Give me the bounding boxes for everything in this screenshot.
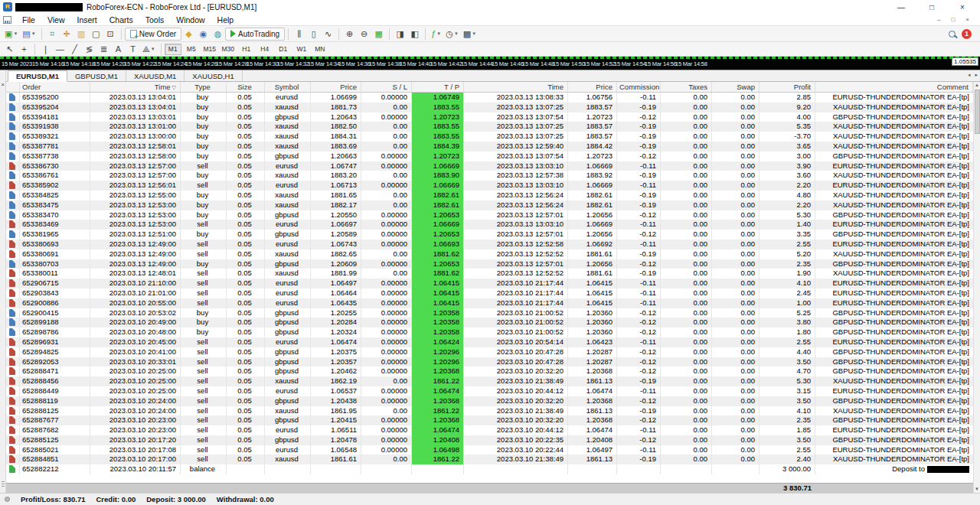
zoom-in-button[interactable]: ⊕	[342, 28, 357, 41]
history-row[interactable]: 6533893212023.03.13 13:00:00buy0.05xauus…	[6, 132, 973, 142]
child-minimize-button[interactable]: –	[937, 16, 940, 23]
history-row[interactable]: 6528884712023.03.10 20:25:00sell0.05gbpu…	[6, 367, 973, 376]
history-row[interactable]: 6533848252023.03.13 12:55:00buy0.05xauus…	[6, 191, 973, 200]
history-row[interactable]: 6528884562023.03.10 20:25:00sell0.05xauu…	[6, 376, 973, 386]
tab-xauusd-m1[interactable]: XAUUSD,M1	[126, 70, 185, 81]
history-row[interactable]: 6533941812023.03.13 13:03:01buy0.05gbpus…	[6, 112, 973, 122]
menu-item-file[interactable]: File	[16, 15, 41, 25]
history-row[interactable]: 6533806932023.03.13 12:49:00sell0.05euru…	[6, 239, 973, 249]
history-row[interactable]: 6528881252023.03.10 20:24:00sell0.05xauu…	[6, 406, 973, 416]
header-cell-tp[interactable]: T / P	[412, 82, 464, 92]
history-row[interactable]: 6533819652023.03.13 12:51:00buy0.05gbpus…	[6, 230, 973, 239]
tab-gbpusd-m1[interactable]: GBPUSD,M1	[67, 70, 126, 81]
history-row[interactable]: 6528876772023.03.10 20:23:00sell0.05gbpu…	[6, 415, 973, 425]
history-row[interactable]: 6528851252023.03.10 20:17:20sell0.05gbpu…	[6, 435, 973, 445]
minimize-button[interactable]: —	[896, 3, 906, 11]
bar-chart-button[interactable]: ⫼	[292, 28, 306, 41]
history-row[interactable]: 6533919382023.03.13 13:01:00buy0.05xauus…	[6, 122, 973, 132]
vertical-scrollbar[interactable]: ▲ ▼	[973, 82, 980, 493]
history-row[interactable]: 6533834752023.03.13 12:53:00buy0.05xauus…	[6, 200, 973, 210]
menu-item-insert[interactable]: Insert	[71, 15, 103, 25]
history-row[interactable]: 6533800112023.03.13 12:48:01sell0.05xauu…	[6, 269, 973, 279]
navigator-button[interactable]: ▥	[74, 28, 89, 41]
history-row[interactable]: 6533877812023.03.13 12:58:01buy0.05xauus…	[6, 142, 973, 152]
timeframe-button-w1[interactable]: W1	[293, 44, 310, 55]
trendline-tool-button[interactable]: ╱	[67, 43, 82, 56]
timeframe-button-d1[interactable]: D1	[275, 44, 292, 55]
history-row[interactable]: 6533806912023.03.13 12:49:00sell0.05xauu…	[6, 249, 973, 259]
header-cell-sl[interactable]: S / L	[361, 82, 412, 92]
tab-xauusd-h1[interactable]: XAUUSD,H1	[185, 70, 242, 81]
cursor-tool-button[interactable]: ↖	[2, 43, 17, 56]
history-row[interactable]: 6528876822023.03.10 20:23:00sell0.05euru…	[6, 425, 973, 435]
new-chart-button[interactable]: ▣▼	[2, 28, 20, 41]
history-row[interactable]: 6533859022023.03.13 12:56:01sell0.05euru…	[6, 181, 973, 191]
header-cell-profit[interactable]: Profit	[760, 82, 815, 92]
history-row[interactable]: 6529004152023.03.10 20:53:02buy0.05gbpus…	[6, 308, 973, 318]
history-row[interactable]: 6528969312023.03.10 20:45:00sell0.05euru…	[6, 337, 973, 347]
timeframe-button-m1[interactable]: M1	[165, 44, 181, 55]
market-watch-button[interactable]: ⌗	[45, 28, 60, 41]
globe-button[interactable]: ◍	[211, 28, 225, 41]
notification-badge[interactable]: 1	[962, 29, 972, 39]
history-row[interactable]: 6528850212023.03.10 20:17:08sell0.05euru…	[6, 445, 973, 455]
scrollbar-thumb[interactable]	[975, 90, 980, 134]
history-row[interactable]: 6533834692023.03.13 12:53:00sell0.05euru…	[6, 220, 973, 230]
header-cell-comment[interactable]: Comment	[815, 82, 973, 92]
header-cell-time[interactable]: Time▽	[90, 82, 181, 92]
horizontal-line-tool-button[interactable]: ―	[53, 43, 67, 56]
history-row[interactable]: 6529008862023.03.10 20:55:00sell0.05euru…	[6, 298, 973, 308]
header-cell-symbol[interactable]: Symbol	[265, 82, 311, 92]
history-row[interactable]: 6528884492023.03.10 20:25:00sell0.05euru…	[6, 386, 973, 396]
history-row[interactable]: 6533867612023.03.13 12:57:00buy0.05xauus…	[6, 171, 973, 181]
zoom-out-button[interactable]: ⊖	[357, 28, 371, 41]
menu-item-view[interactable]: View	[41, 15, 71, 25]
menu-item-charts[interactable]: Charts	[103, 15, 139, 25]
history-row[interactable]: 6533807032023.03.13 12:49:00buy0.05gbpus…	[6, 259, 973, 269]
search-icon[interactable]	[949, 31, 956, 37]
history-row[interactable]: 6528948252023.03.10 20:41:00sell0.05gbpu…	[6, 347, 973, 357]
data-window-button[interactable]: ✛	[60, 28, 74, 41]
autotrading-button[interactable]: AutoTrading	[225, 28, 285, 41]
header-cell-commission[interactable]: Commission	[617, 82, 661, 92]
arrows-tool-button[interactable]: ⟁▼	[140, 43, 158, 56]
header-cell-price[interactable]: Price	[568, 82, 617, 92]
tab-scroll-left-icon[interactable]: ◂	[968, 72, 971, 78]
close-button[interactable]: ×	[957, 3, 968, 11]
history-row[interactable]: 6528920532023.03.10 20:33:01sell0.05gbpu…	[6, 357, 973, 367]
scroll-down-icon[interactable]: ▼	[975, 486, 979, 493]
history-row[interactable]: 6529067152023.03.10 21:10:00sell0.05euru…	[6, 279, 973, 288]
new-order-button[interactable]: New Order	[125, 28, 181, 41]
tile-windows-button[interactable]: ▦	[371, 28, 386, 41]
history-row[interactable]: 6533877382023.03.13 12:58:00buy0.05gbpus…	[6, 152, 973, 161]
history-row[interactable]: 6528881192023.03.10 20:24:00sell0.05gbpu…	[6, 396, 973, 406]
chart-shift-button[interactable]: ◧	[407, 28, 422, 41]
header-cell-time[interactable]: Time	[464, 82, 568, 92]
text-tool-button[interactable]: A	[111, 43, 126, 56]
history-row[interactable]: 6528987862023.03.10 20:48:00buy0.05gbpus…	[6, 327, 973, 337]
auto-scroll-button[interactable]: ◨	[393, 28, 407, 41]
header-cell-taxes[interactable]: Taxes	[661, 82, 712, 92]
scroll-up-icon[interactable]: ▲	[975, 82, 979, 89]
text-label-tool-button[interactable]: T	[126, 43, 140, 56]
terminal-close-button[interactable]: ×	[1, 81, 5, 89]
history-row[interactable]: 6533834702023.03.13 12:53:00buy0.05gbpus…	[6, 210, 973, 220]
history-row[interactable]: 6529038432023.03.10 21:01:00sell0.05euru…	[6, 288, 973, 298]
channel-tool-button[interactable]: ≣	[96, 43, 111, 56]
header-cell-type[interactable]: Type	[181, 82, 227, 92]
timeframe-button-m5[interactable]: M5	[183, 44, 200, 55]
history-row[interactable]: 6533952002023.03.13 13:04:01buy0.05eurus…	[6, 93, 973, 103]
menu-item-tools[interactable]: Tools	[139, 15, 171, 25]
history-row[interactable]: 6528848512023.03.10 20:17:00sell0.05xauu…	[6, 454, 973, 464]
header-cell-size[interactable]: Size	[227, 82, 265, 92]
timeframe-button-h4[interactable]: H4	[256, 44, 273, 55]
child-restore-button[interactable]: □	[951, 16, 955, 23]
vertical-line-tool-button[interactable]: ❘	[38, 43, 53, 56]
timeframe-button-mn[interactable]: MN	[312, 44, 328, 55]
terminal-button[interactable]: ▢	[89, 28, 103, 41]
mql5-button[interactable]: ◉	[196, 28, 211, 41]
history-row[interactable]: 6528991882023.03.10 20:49:00buy0.05gbpus…	[6, 318, 973, 327]
timeframe-button-m30[interactable]: M30	[220, 44, 237, 55]
fibonacci-tool-button[interactable]: ≶	[82, 43, 96, 56]
header-cell-swap[interactable]: Swap	[712, 82, 760, 92]
